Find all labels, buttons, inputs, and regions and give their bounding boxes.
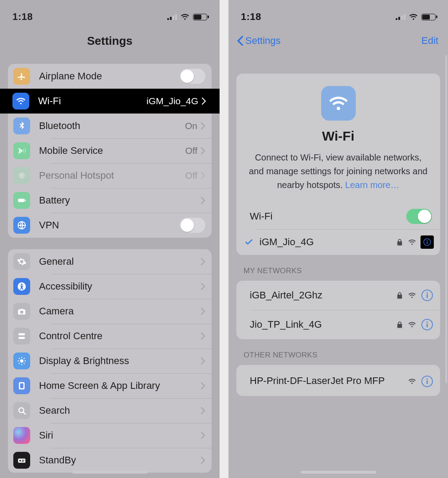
row-vpn[interactable]: VPN bbox=[8, 213, 212, 238]
network-row[interactable]: iGB_Airtel_2Ghz bbox=[236, 281, 440, 310]
info-button[interactable] bbox=[420, 375, 434, 388]
row-personal-hotspot[interactable]: Personal Hotspot Off bbox=[8, 163, 212, 188]
row-detail: Off bbox=[185, 170, 197, 181]
wifi-signal-icon bbox=[408, 238, 416, 246]
wifi-desc-text: Connect to Wi-Fi, view available network… bbox=[249, 153, 427, 190]
row-label: Wi-Fi bbox=[250, 211, 406, 222]
row-label: General bbox=[39, 256, 201, 267]
edit-button[interactable]: Edit bbox=[421, 27, 438, 55]
wifi-content[interactable]: Wi-Fi Connect to Wi-Fi, view available n… bbox=[228, 55, 448, 478]
row-search[interactable]: Search bbox=[8, 398, 212, 423]
row-display-brightness[interactable]: Display & Brightness bbox=[8, 349, 212, 373]
row-standby[interactable]: StandBy bbox=[8, 448, 212, 473]
connected-network-row[interactable]: iGM_Jio_4G bbox=[236, 229, 440, 255]
siri-icon bbox=[13, 427, 30, 444]
network-row[interactable]: HP-Print-DF-LaserJet Pro MFP bbox=[236, 365, 440, 396]
row-airplane-mode[interactable]: Airplane Mode bbox=[8, 64, 212, 89]
info-button[interactable] bbox=[420, 235, 434, 249]
row-accessibility[interactable]: Accessibility bbox=[8, 274, 212, 299]
row-battery[interactable]: Battery bbox=[8, 188, 212, 213]
row-label: Home Screen & App Library bbox=[39, 380, 201, 392]
other-networks-header: OTHER NETWORKS bbox=[244, 351, 433, 360]
row-label: Siri bbox=[39, 430, 201, 441]
chevron-right-icon bbox=[201, 283, 205, 290]
wifi-toggle[interactable] bbox=[406, 209, 432, 224]
wifi-signal-icon bbox=[408, 321, 416, 329]
back-label: Settings bbox=[245, 35, 281, 47]
nav-bar: Settings Edit bbox=[228, 27, 448, 55]
chevron-right-icon bbox=[201, 122, 205, 129]
vpn-toggle[interactable] bbox=[180, 218, 205, 233]
gear-icon bbox=[13, 253, 30, 270]
row-detail: Off bbox=[185, 145, 197, 156]
row-control-centre[interactable]: Control Centre bbox=[8, 324, 212, 349]
camera-icon bbox=[13, 303, 30, 320]
row-label: Mobile Service bbox=[39, 145, 185, 157]
switches-icon bbox=[13, 328, 30, 345]
antenna-icon bbox=[13, 142, 30, 159]
row-label: Airplane Mode bbox=[39, 71, 180, 82]
cellular-icon bbox=[167, 14, 177, 20]
status-bar: 1:18 bbox=[228, 0, 448, 27]
scrollbar[interactable] bbox=[445, 55, 447, 383]
wifi-icon bbox=[12, 93, 29, 110]
network-name: iGB_Airtel_2Ghz bbox=[250, 290, 396, 301]
wifi-hero: Wi-Fi Connect to Wi-Fi, view available n… bbox=[236, 74, 440, 204]
row-bluetooth[interactable]: Bluetooth On bbox=[8, 114, 212, 138]
row-mobile-service[interactable]: Mobile Service Off bbox=[8, 138, 212, 163]
globe-icon bbox=[13, 217, 30, 234]
search-icon bbox=[13, 402, 30, 419]
chevron-right-icon bbox=[201, 407, 205, 414]
connected-network-name: iGM_Jio_4G bbox=[259, 236, 396, 248]
row-label: Search bbox=[39, 405, 201, 416]
row-label: Wi-Fi bbox=[38, 95, 146, 107]
row-home-screen[interactable]: Home Screen & App Library bbox=[8, 373, 212, 398]
info-button[interactable] bbox=[420, 318, 434, 331]
row-label: Bluetooth bbox=[39, 120, 185, 132]
row-siri[interactable]: Siri bbox=[8, 423, 212, 448]
status-icons bbox=[167, 12, 207, 21]
accessibility-icon bbox=[13, 278, 30, 295]
row-camera[interactable]: Camera bbox=[8, 299, 212, 324]
row-detail: On bbox=[185, 121, 197, 131]
row-label: Control Centre bbox=[39, 330, 201, 342]
lock-icon bbox=[396, 238, 404, 246]
learn-more-link[interactable]: Learn more… bbox=[345, 180, 399, 190]
page-title: Settings bbox=[87, 34, 133, 48]
cellular-icon bbox=[396, 14, 405, 20]
row-general[interactable]: General bbox=[8, 249, 212, 274]
row-label: Personal Hotspot bbox=[39, 170, 185, 181]
chevron-right-icon bbox=[201, 357, 205, 364]
network-name: HP-Print-DF-LaserJet Pro MFP bbox=[250, 375, 408, 388]
battery-row-icon bbox=[13, 192, 30, 209]
chevron-right-icon bbox=[201, 333, 205, 340]
battery-icon bbox=[193, 14, 207, 20]
airplane-toggle[interactable] bbox=[180, 69, 205, 84]
chevron-left-icon bbox=[236, 36, 244, 46]
home-indicator[interactable] bbox=[301, 471, 376, 474]
network-name: Jio_TP_Link_4G bbox=[250, 319, 396, 330]
my-networks-header: MY NETWORKS bbox=[244, 266, 433, 275]
settings-list[interactable]: Airplane Mode Wi-Fi iGM_Jio_4G Bluetooth… bbox=[0, 58, 220, 478]
chevron-right-icon bbox=[201, 172, 205, 179]
row-label: Accessibility bbox=[39, 281, 201, 292]
info-button[interactable] bbox=[420, 289, 434, 302]
chevron-right-icon bbox=[201, 432, 205, 439]
network-row[interactable]: Jio_TP_Link_4G bbox=[236, 310, 440, 339]
wifi-hero-icon bbox=[321, 86, 356, 121]
row-wifi[interactable]: Wi-Fi iGM_Jio_4G bbox=[0, 89, 220, 114]
wifi-status-icon bbox=[409, 12, 418, 21]
chevron-right-icon bbox=[201, 457, 205, 464]
row-label: StandBy bbox=[39, 454, 201, 466]
chevron-right-icon bbox=[201, 258, 205, 265]
home-indicator[interactable] bbox=[72, 471, 148, 474]
nav-bar: Settings bbox=[0, 27, 220, 55]
airplane-icon bbox=[13, 68, 30, 85]
back-button[interactable]: Settings bbox=[236, 27, 281, 55]
bluetooth-icon bbox=[13, 118, 30, 134]
wifi-toggle-row[interactable]: Wi-Fi bbox=[236, 204, 440, 229]
checkmark-icon bbox=[244, 238, 253, 247]
homescreen-icon bbox=[13, 377, 30, 394]
brightness-icon bbox=[13, 353, 30, 369]
row-detail: iGM_Jio_4G bbox=[146, 96, 198, 106]
